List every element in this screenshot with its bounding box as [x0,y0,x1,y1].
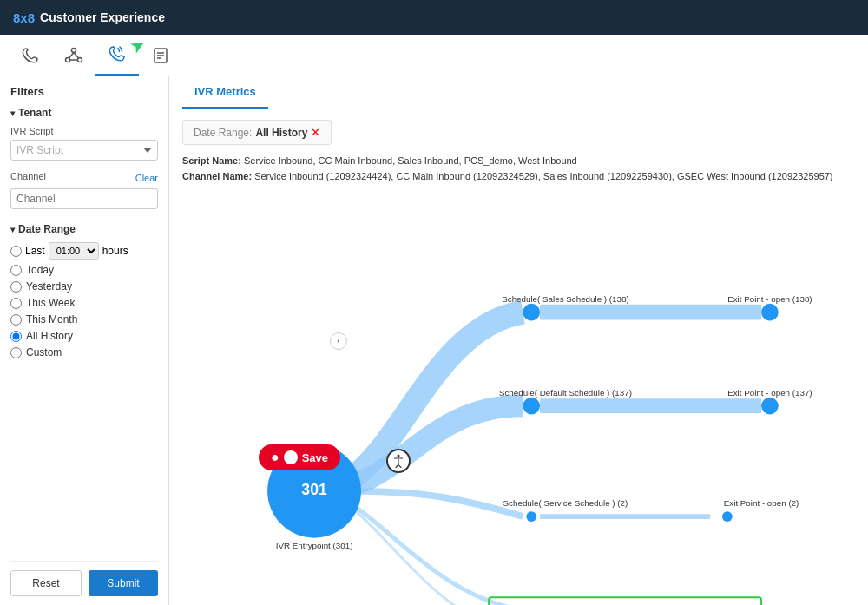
tenant-section-header[interactable]: ▾ Tenant [10,107,158,119]
content-area: IVR Metrics ‹ Date Range: All History ✕ … [169,76,868,605]
this-month-label: This Month [26,313,77,326]
main-layout: Filters ▾ Tenant IVR Script IVR Script C… [0,76,868,605]
tab-ivr-metrics[interactable]: IVR Metrics [182,76,268,109]
submit-button[interactable]: Submit [89,570,158,596]
svg-point-34 [398,455,400,457]
collapse-button[interactable]: ‹ [330,332,347,350]
save-button[interactable]: Save [259,444,340,470]
meta-info: Script Name: Service Inbound, CC Main In… [182,154,855,184]
date-range-bar: Date Range: All History ✕ [182,120,332,145]
last-label: Last [25,245,45,257]
svg-line-3 [69,53,75,59]
ivr-script-select[interactable]: IVR Script [10,140,158,161]
reset-button[interactable]: Reset [10,570,82,596]
svg-point-19 [761,398,779,415]
radio-this-week[interactable] [10,298,22,309]
date-range-header[interactable]: ▾ Date Range [10,223,158,235]
this-week-label: This Week [26,297,75,309]
radio-all-history[interactable] [10,331,22,342]
icon-nav: ➤ [0,35,868,76]
tenant-label: Tenant [18,107,51,119]
svg-point-17 [761,304,779,321]
accessibility-icon[interactable] [386,449,411,473]
flow-svg: 301 [182,188,855,605]
ivr-script-label: IVR Script [10,126,158,136]
channel-name-value: Service Inbound (12092324424), CC Main I… [254,171,832,181]
nav-report[interactable] [139,40,182,76]
svg-text:Schedule( Sales Schedule ) (13: Schedule( Sales Schedule ) (138) [502,294,629,304]
channel-clear[interactable]: Clear [135,173,158,183]
svg-text:Schedule( Default Schedule ) (: Schedule( Default Schedule ) (137) [499,388,632,398]
svg-text:Exit Point - open (137): Exit Point - open (137) [727,388,812,398]
svg-point-20 [526,511,536,522]
date-range-bar-label: Date Range: [194,127,252,139]
logo: 8x8 [13,10,35,25]
svg-point-2 [78,58,82,62]
filters-title: Filters [10,85,158,98]
hours-select[interactable]: 01:00 [49,242,99,260]
radio-last[interactable] [10,246,22,257]
svg-point-18 [523,398,540,415]
today-label: Today [26,264,54,276]
save-label: Save [302,451,328,464]
svg-text:Exit Point - open (138): Exit Point - open (138) [727,294,812,304]
radio-this-month[interactable] [10,314,22,326]
tab-bar: IVR Metrics [169,76,868,109]
tenant-chevron: ▾ [10,109,15,118]
nav-ivr[interactable]: ➤ [95,38,139,76]
date-range-chevron: ▾ [10,225,15,234]
channel-label: Channel [10,171,46,181]
save-icon [284,450,298,464]
app-title: Customer Experience [40,10,165,24]
radio-custom[interactable] [10,347,22,358]
svg-point-21 [722,511,733,522]
date-range-label: Date Range [18,223,76,235]
svg-text:Exit Point - open (2): Exit Point - open (2) [724,499,799,509]
sidebar-footer: Reset Submit [10,561,158,596]
script-name-label: Script Name: [182,155,241,166]
channel-input[interactable] [10,188,158,209]
nav-phone[interactable] [9,40,52,76]
channel-name-label: Channel Name: [182,171,252,181]
radio-yesterday[interactable] [10,281,22,293]
date-range-close[interactable]: ✕ [311,126,320,139]
svg-point-0 [72,49,76,53]
yesterday-label: Yesterday [26,280,72,293]
ivr-diagram: 301 [182,188,855,605]
svg-point-1 [66,58,70,62]
all-history-label: All History [26,330,73,342]
svg-point-16 [523,304,540,321]
custom-label: Custom [26,346,62,358]
svg-text:301: 301 [301,481,327,498]
sidebar: Filters ▾ Tenant IVR Script IVR Script C… [0,76,169,605]
content-body: Date Range: All History ✕ Script Name: S… [169,109,868,605]
nav-network[interactable] [52,40,95,76]
svg-text:Schedule( Service Schedule ) (: Schedule( Service Schedule ) (2) [503,499,628,509]
date-range-bar-value: All History [255,127,307,139]
svg-line-4 [74,53,79,59]
radio-today[interactable] [10,265,22,276]
hours-unit: hours [102,245,128,257]
script-name-value: Service Inbound, CC Main Inbound, Sales … [244,155,577,166]
top-bar: 8x8 Customer Experience [0,0,868,35]
svg-text:IVR Entrypoint (301): IVR Entrypoint (301) [276,542,353,551]
